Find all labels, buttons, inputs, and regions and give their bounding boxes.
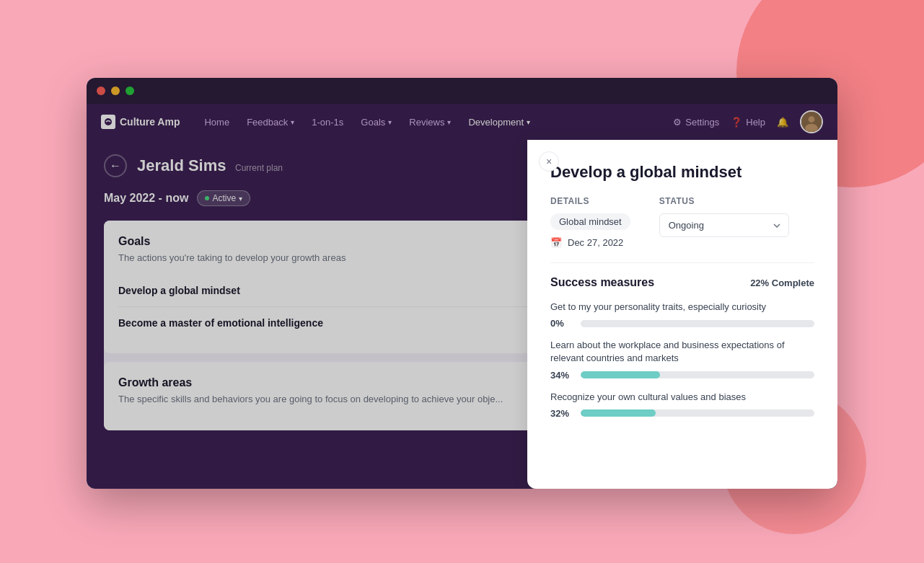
measure-bar-fill-3 <box>581 409 656 417</box>
measure-label-3: Recognize your own cultural values and b… <box>550 391 814 404</box>
measure-pct-1: 0% <box>550 318 573 329</box>
status-label: Status <box>659 196 789 206</box>
calendar-icon: 📅 <box>550 237 562 248</box>
date-label: Dec 27, 2022 <box>568 237 623 248</box>
details-label: Details <box>550 196 630 206</box>
measure-bar-track-3 <box>581 409 814 417</box>
measure-item-3: Recognize your own cultural values and b… <box>550 391 814 419</box>
success-measures-header: Success measures 22% Complete <box>550 276 814 289</box>
divider <box>550 262 814 263</box>
modal-status-col: Status Ongoing Completed Not started <box>659 196 789 248</box>
measure-item-2: Learn about the workplace and business e… <box>550 339 814 380</box>
measure-bar-row-1: 0% <box>550 318 814 329</box>
measure-bar-row-2: 34% <box>550 370 814 381</box>
measure-pct-3: 32% <box>550 408 573 419</box>
measure-item-1: Get to my your personality traits, espec… <box>550 301 814 329</box>
modal-details-row: Details Global mindset 📅 Dec 27, 2022 St… <box>550 196 814 248</box>
complete-badge: 22% Complete <box>750 278 814 288</box>
detail-tag: Global mindset <box>550 213 630 230</box>
main-content: ← Jerald Sims Current plan May 2022 - no… <box>87 140 837 489</box>
measure-bar-fill-2 <box>581 371 660 378</box>
measure-pct-2: 34% <box>550 370 573 381</box>
close-icon: × <box>546 156 552 167</box>
modal: × Develop a global mindset Details Globa… <box>527 140 837 489</box>
measure-label-1: Get to my your personality traits, espec… <box>550 301 814 314</box>
measure-label-2: Learn about the workplace and business e… <box>550 339 814 365</box>
measure-bar-track-2 <box>581 371 814 378</box>
modal-close-button[interactable]: × <box>539 151 559 172</box>
measure-bar-row-3: 32% <box>550 408 814 419</box>
status-select[interactable]: Ongoing Completed Not started <box>659 213 789 237</box>
browser-window: Culture Amp Home Feedback ▾ 1-on-1s Goal… <box>87 78 837 489</box>
modal-details-col: Details Global mindset 📅 Dec 27, 2022 <box>550 196 630 248</box>
date-row: 📅 Dec 27, 2022 <box>550 237 630 248</box>
success-measures-title: Success measures <box>550 276 654 289</box>
modal-title: Develop a global mindset <box>550 163 814 182</box>
measure-bar-track-1 <box>581 320 814 327</box>
